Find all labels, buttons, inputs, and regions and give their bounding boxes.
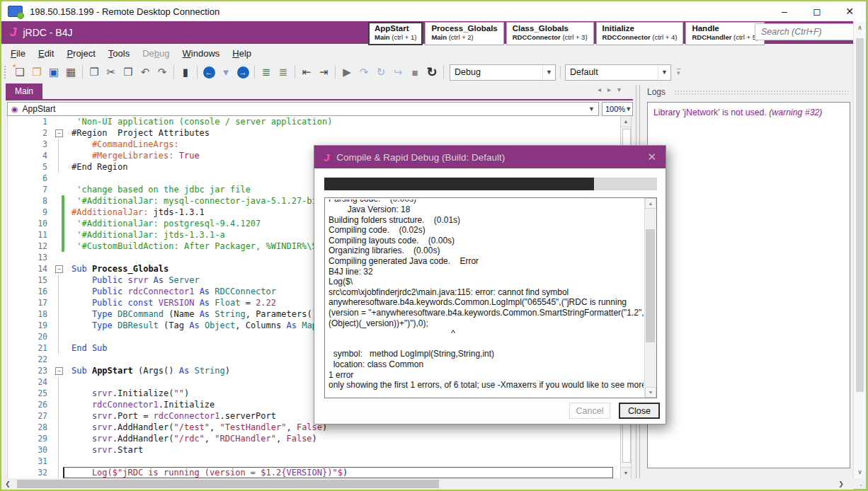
compile-log-box[interactable]: Parsing code. (0.00s) Java Version: 18Bu… <box>324 197 657 398</box>
log-warning-note: (warning #32) <box>769 108 822 117</box>
comment-icon[interactable]: ≣ <box>258 64 275 80</box>
tab-scroll-left-icon[interactable]: ◂ <box>598 86 601 93</box>
rdp-window: 198.50.158.199 - Remote Desktop Connecti… <box>0 0 868 491</box>
stop-icon[interactable]: ■ <box>406 64 423 80</box>
logs-panel[interactable]: Library 'jNetwork' is not used. (warning… <box>647 102 850 468</box>
menu-help[interactable]: Help <box>226 46 258 61</box>
new-project-icon[interactable]: ❏✶ <box>11 64 28 80</box>
gutter <box>50 218 72 229</box>
maximize-button[interactable]: ◻ <box>801 1 833 21</box>
scroll-up-icon[interactable]: ▲ <box>621 116 631 127</box>
fold-collapse-icon[interactable]: − <box>55 129 63 137</box>
line-number: 5 <box>8 161 50 173</box>
run-icon[interactable]: ▶ <box>338 64 355 80</box>
menu-file[interactable]: File <box>4 46 32 61</box>
code-text: #AdditionalJar: jtds-1.3.1 <box>72 207 205 218</box>
menu-windows[interactable]: Windows <box>176 46 227 61</box>
rebuild-icon[interactable]: ↻ <box>423 64 440 80</box>
changed-line-marker <box>62 195 64 207</box>
tab-scroll-right-icon[interactable]: ▸ <box>607 86 611 93</box>
forward-icon[interactable]: → <box>234 64 251 80</box>
minimize-button[interactable]: – <box>768 1 801 21</box>
compile-progress-bar <box>324 178 657 190</box>
toolbar-grip[interactable] <box>4 66 8 79</box>
scroll-down-icon[interactable]: ▼ <box>621 467 631 478</box>
compile-dialog-titlebar[interactable]: J Compile & Rapid Debug (Build: Default)… <box>314 146 666 168</box>
module-tab-appstart[interactable]: AppStartMain (ctrl + 1) <box>368 22 423 45</box>
paste-icon[interactable]: ❒ <box>120 64 137 80</box>
compile-log-line: Java Version: 18 <box>329 204 644 215</box>
scroll-down-icon[interactable]: ∨ <box>854 466 866 478</box>
bookmark-icon[interactable]: ▮ <box>177 64 194 80</box>
gutter <box>50 376 72 388</box>
compile-log-line: 1 error <box>329 370 644 381</box>
menu-project[interactable]: Project <box>60 46 101 61</box>
fold-guide-line <box>58 320 59 331</box>
cut-icon[interactable]: ✂ <box>103 64 120 80</box>
menu-debug[interactable]: Debug <box>136 46 176 61</box>
compile-progress-fill <box>324 178 594 190</box>
scroll-down-icon[interactable]: ▼ <box>645 387 656 398</box>
toolbar-overflow-icon[interactable]: ▾ <box>677 69 680 76</box>
app-titlebar: J jRDC - B4J AppStartMain (ctrl + 1)Proc… <box>1 21 853 44</box>
back-icon[interactable]: ← <box>200 64 217 80</box>
editor-zoom-combo[interactable]: 100% ▼ <box>602 102 633 116</box>
outdent-icon[interactable]: ⇤ <box>298 64 315 80</box>
build-profile-select[interactable]: Default ▼ <box>565 64 671 81</box>
scroll-up-icon[interactable]: ∧ <box>854 21 866 34</box>
build-mode-select[interactable]: Debug ▼ <box>450 64 556 81</box>
cancel-button[interactable]: Cancel <box>569 403 610 419</box>
scrollbar-thumb[interactable] <box>17 480 439 488</box>
indent-icon[interactable]: ⇥ <box>315 64 332 80</box>
line-number: 3 <box>8 139 50 150</box>
gutter <box>50 444 72 456</box>
module-tab-class_globals[interactable]: Class_GlobalsRDCConnector (ctrl + 3) <box>506 22 594 45</box>
tab-list-dropdown-icon[interactable]: ▾ <box>617 86 621 93</box>
step-over-icon[interactable]: ↻ <box>372 64 389 80</box>
module-tab-shortcut: RDCHandler (ctrl + 5) <box>692 33 758 41</box>
code-text: Sub Process_Globals <box>72 263 169 275</box>
export-icon[interactable]: ▦ <box>62 64 79 80</box>
copy-icon[interactable]: ❐ <box>86 64 103 80</box>
search-input[interactable] <box>755 23 854 40</box>
module-tab-initialize[interactable]: InitializeRDCConnector (ctrl + 4) <box>596 22 684 45</box>
sub-selector-combo[interactable]: ◉ AppStart ▼ <box>7 102 599 116</box>
compile-log-scrollbar[interactable]: ▲ ▼ <box>644 198 656 398</box>
fold-guide-line <box>58 376 59 388</box>
scroll-left-icon[interactable]: ❮ <box>1 478 14 490</box>
undo-icon[interactable]: ↶ <box>137 64 154 80</box>
gutter <box>50 173 72 184</box>
resume-icon[interactable]: ↷ <box>355 64 372 80</box>
logs-panel-drag-handle[interactable] <box>674 90 848 96</box>
main-toolbar: ❏✶❐▣▦❐✂❒↶↷▮←▾→≣≣⇤⇥▶↷↻↪■↻ Debug ▼ Default… <box>1 62 853 82</box>
menu-tools[interactable]: Tools <box>102 46 136 61</box>
current-statement-box <box>63 467 613 478</box>
close-button[interactable]: ✕ <box>833 1 866 21</box>
close-dialog-button[interactable]: Close <box>619 403 660 419</box>
rdp-horizontal-scrollbar[interactable]: ❮ ❯ <box>1 478 853 490</box>
scrollbar-thumb[interactable] <box>646 229 655 342</box>
back-history-dropdown-icon[interactable]: ▾ <box>217 64 234 80</box>
dialog-close-icon[interactable]: ✕ <box>647 151 656 163</box>
menu-edit[interactable]: Edit <box>32 46 60 61</box>
save-icon[interactable]: ▣ <box>45 64 62 80</box>
scroll-up-icon[interactable]: ▲ <box>645 198 656 209</box>
fold-collapse-icon[interactable]: − <box>55 367 63 375</box>
rdp-vertical-scrollbar[interactable]: ∧ ∨ <box>853 21 866 478</box>
step-into-icon[interactable]: ↪ <box>389 64 406 80</box>
code-line-32: 32 Log($"jRDC is running (version = $1.2… <box>8 467 620 478</box>
uncomment-icon[interactable]: ≣ <box>275 64 292 80</box>
gutter <box>50 195 72 207</box>
compile-log-line: B4J line: 32 <box>329 267 644 277</box>
code-text: '#AdditionalJar: jtds-1.3.1-a <box>72 229 225 241</box>
fold-collapse-icon[interactable]: − <box>55 265 63 273</box>
open-project-icon[interactable]: ❐ <box>28 64 45 80</box>
gutter <box>50 399 72 410</box>
tab-main[interactable]: Main <box>6 83 42 99</box>
redo-icon[interactable]: ↷ <box>154 64 171 80</box>
scroll-right-icon[interactable]: ❯ <box>835 478 847 490</box>
module-tab-handle[interactable]: HandleRDCHandler (ctrl + 5) <box>685 22 765 45</box>
scrollbar-thumb[interactable] <box>856 38 864 392</box>
code-text: #CommandLineArgs: <box>72 139 179 150</box>
module-tab-process_globals[interactable]: Process_GlobalsMain (ctrl + 2) <box>425 22 503 45</box>
